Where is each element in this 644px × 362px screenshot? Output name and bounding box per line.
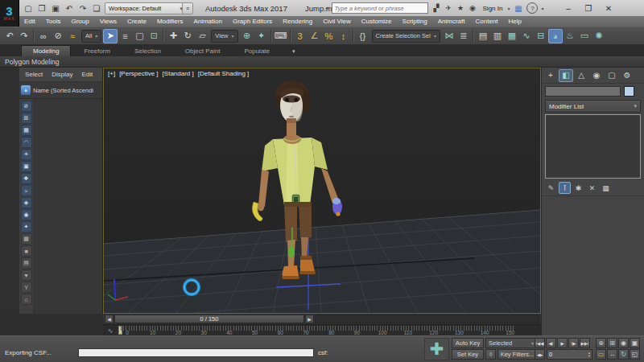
play-button[interactable]: ▶ [557, 338, 568, 348]
viewport-general-menu[interactable]: [+] [108, 70, 115, 77]
unlink-selection-icon[interactable]: ⊘ [51, 29, 65, 43]
explorer-column-header[interactable]: ● Name (Sorted Ascendi [19, 82, 102, 99]
open-mini-curve-editor-button[interactable]: ∿ [105, 327, 116, 335]
display-geometry-icon[interactable]: ▦ [21, 125, 32, 136]
exchange-apps-icon[interactable]: ▞ [431, 3, 442, 14]
new-scene-icon[interactable]: ▢ [23, 2, 34, 14]
display-spacewarps-icon[interactable]: ≈ [21, 185, 32, 196]
angle-snap-icon[interactable]: ∠ [308, 29, 322, 43]
menu-graph-editors[interactable]: Graph Editors [233, 18, 272, 25]
toggle-scene-explorer-icon[interactable]: ▤ [476, 29, 490, 43]
explorer-menu-display[interactable]: Display [52, 71, 72, 78]
project-folder-icon[interactable]: ❏ [91, 2, 102, 14]
zoom-extents-icon[interactable]: ◉ [618, 338, 629, 348]
ribbon-tab-selection[interactable]: Selection [123, 46, 172, 56]
select-and-scale-icon[interactable]: ▱ [195, 29, 209, 43]
user-icon[interactable]: ◉ [468, 3, 478, 14]
menu-animation[interactable]: Animation [193, 18, 222, 25]
render-production-icon[interactable]: ✺ [592, 29, 606, 43]
snaps-toggle-icon[interactable]: 3 [293, 29, 308, 43]
display-xrefs-icon[interactable]: ◉ [21, 209, 32, 220]
time-slider-handle[interactable]: 0 / 150 [114, 315, 304, 323]
workspace-dropdown[interactable]: Workspace: Default [105, 2, 187, 14]
select-invert-icon[interactable]: ▤ [21, 257, 32, 269]
orbit-icon[interactable]: ↻ [618, 349, 629, 360]
workspace-menu-icon[interactable]: ≡ [182, 2, 193, 14]
object-color-swatch[interactable] [624, 86, 634, 97]
viewport-standard-menu[interactable]: [Standard ] [163, 70, 194, 77]
selection-filter-dropdown[interactable]: All [81, 30, 101, 43]
edit-named-selections-icon[interactable]: {} [356, 29, 370, 43]
a360-icon[interactable]: ▦ [513, 3, 523, 14]
show-end-result-icon[interactable]: ⊺ [559, 182, 571, 194]
viewport-canvas[interactable] [104, 68, 540, 313]
toolbar-icon[interactable] [163, 30, 164, 43]
toolbar-icon[interactable] [33, 30, 35, 43]
named-selection-set-dropdown[interactable]: Create Selection Sel [372, 30, 440, 43]
menu-modifiers[interactable]: Modifiers [157, 18, 183, 25]
explorer-menu-edit[interactable]: Edit [81, 71, 93, 78]
auto-key-button[interactable]: Auto Key [452, 338, 484, 348]
pan-view-icon[interactable]: ↔ [607, 349, 617, 360]
explorer-list-area[interactable] [34, 99, 102, 315]
minimize-button[interactable]: – [558, 1, 578, 16]
share-icon[interactable]: ✈ [444, 3, 454, 14]
object-name-input[interactable] [545, 86, 621, 97]
display-cameras-icon[interactable]: ▣ [21, 161, 32, 172]
rendered-frame-icon[interactable]: ▭ [577, 29, 592, 43]
collapse-search-icon[interactable]: ◂ [325, 5, 328, 11]
previous-frame-button[interactable]: ◀I [546, 338, 556, 348]
set-key-mode-icon[interactable]: ◊ [485, 349, 496, 360]
display-lights-icon[interactable]: ☀ [21, 149, 32, 160]
ribbon-tab-modeling[interactable]: Modeling [21, 45, 71, 56]
go-to-end-button[interactable]: ▶▶I [580, 338, 590, 348]
spinner-snap-icon[interactable]: ↕ [336, 29, 351, 43]
toolbar-icon[interactable] [473, 30, 474, 43]
maximize-button[interactable]: ❒ [578, 1, 598, 16]
filter-icon[interactable]: ▼ [21, 269, 32, 281]
zoom-icon[interactable]: ⊕ [596, 338, 606, 348]
menu-tools[interactable]: Tools [46, 18, 61, 25]
select-none-icon[interactable]: ■ [21, 245, 32, 257]
select-and-manipulate-icon[interactable]: ✦ [254, 29, 269, 43]
key-mode-toggle-icon[interactable]: ◀▶ [535, 349, 545, 360]
select-by-name-icon[interactable]: ≡ [118, 29, 132, 43]
rectangular-selection-icon[interactable]: ▢ [132, 29, 147, 43]
current-frame-field[interactable]: 0 ▴▾ [547, 349, 592, 360]
undo-icon[interactable]: ↶ [64, 2, 75, 14]
window-crossing-icon[interactable]: ⊡ [147, 29, 161, 43]
menu-group[interactable]: Group [71, 18, 89, 25]
help-icon[interactable]: ? [526, 2, 538, 14]
go-to-start-button[interactable]: I◀◀ [535, 338, 545, 348]
select-all-icon[interactable]: ▩ [21, 233, 32, 245]
next-frame-arrow[interactable]: ▶ [305, 315, 314, 323]
menu-create[interactable]: Create [127, 18, 147, 25]
key-filter-dropdown[interactable]: Selected [485, 338, 537, 348]
material-editor-icon[interactable]: ◕ [548, 29, 563, 43]
transform-type-in-button[interactable]: ✚ [424, 338, 449, 360]
viewport-pov-menu[interactable]: [Perspective ] [119, 70, 158, 77]
schematic-view-icon[interactable]: ⊟ [534, 29, 548, 43]
create-tab[interactable]: + [543, 69, 558, 82]
time-slider-track[interactable] [315, 315, 539, 323]
select-object-icon[interactable]: ➤ [103, 29, 118, 43]
ribbon-panel-header[interactable]: Polygon Modeling [0, 56, 644, 68]
toggle-layer-explorer-icon[interactable]: ▥ [490, 29, 505, 43]
align-icon[interactable]: ≣ [456, 29, 471, 43]
maximize-viewport-icon[interactable]: ◱ [630, 349, 640, 360]
key-filters-button[interactable]: Key Filters... [497, 349, 537, 360]
pin-stack-icon[interactable]: ✎ [545, 182, 557, 194]
display-tab[interactable]: ▢ [605, 69, 619, 82]
ribbon-tab-freeform[interactable]: Freeform [72, 46, 121, 56]
render-setup-icon[interactable]: ♨ [563, 29, 577, 43]
select-and-rotate-icon[interactable]: ↻ [180, 29, 195, 43]
modifier-list-dropdown[interactable]: Modifier List [545, 100, 641, 113]
favorites-icon[interactable]: ★ [456, 3, 466, 14]
motion-tab[interactable]: ◉ [589, 69, 604, 82]
select-and-link-icon[interactable]: ∞ [36, 29, 51, 43]
display-bones-icon[interactable]: ✦ [21, 221, 32, 232]
zoom-extents-all-icon[interactable]: ▣ [630, 338, 640, 348]
toolbar-icon[interactable] [353, 30, 354, 43]
zoom-all-icon[interactable]: ⊞ [607, 338, 617, 348]
ribbon-tab-populate[interactable]: Populate [233, 46, 281, 56]
